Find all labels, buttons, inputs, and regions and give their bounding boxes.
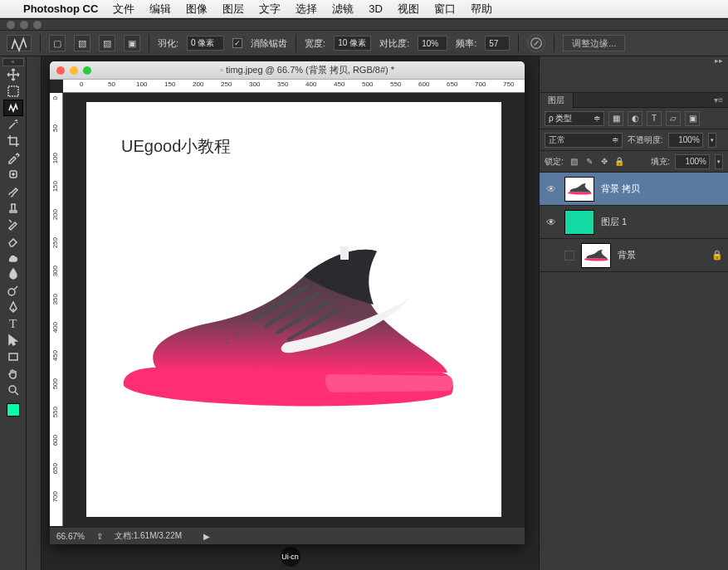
eyedropper-tool[interactable]	[3, 149, 23, 166]
selection-add-icon[interactable]: ▧	[74, 35, 90, 51]
layer-name[interactable]: 图层 1	[601, 216, 627, 228]
opacity-input[interactable]: 100%	[668, 133, 703, 148]
svg-point-9	[255, 324, 257, 325]
pen-pressure-icon[interactable]	[527, 34, 545, 52]
lasso-tool[interactable]	[3, 100, 23, 116]
menu-help[interactable]: 帮助	[471, 2, 492, 17]
feather-input[interactable]	[187, 36, 224, 51]
opacity-dropdown-icon[interactable]: ▾	[708, 133, 716, 148]
mac-menubar: Photoshop CC 文件 编辑 图像 图层 文字 选择 滤镜 3D 视图 …	[0, 0, 728, 18]
canvas-area[interactable]: UEgood小教程	[63, 93, 525, 526]
contrast-input[interactable]	[418, 36, 447, 51]
crop-tool[interactable]	[3, 133, 23, 149]
brush-tool[interactable]	[3, 183, 23, 199]
lock-image-icon[interactable]: ✎	[584, 156, 595, 168]
selection-intersect-icon[interactable]: ▣	[124, 35, 140, 51]
window-minimize-icon[interactable]	[20, 21, 28, 29]
path-selection-tool[interactable]	[3, 332, 23, 348]
healing-brush-tool[interactable]	[3, 166, 23, 183]
opacity-label: 不透明度:	[628, 134, 663, 146]
filter-type-select[interactable]: ρ 类型≑	[545, 111, 604, 126]
status-play-icon[interactable]: ▶	[203, 532, 210, 541]
lock-all-icon[interactable]: 🔒	[613, 156, 625, 168]
tool-preset-icon[interactable]	[7, 35, 32, 51]
type-tool[interactable]: T	[3, 315, 23, 332]
layers-tab[interactable]: 图层	[540, 93, 574, 108]
hand-tool[interactable]	[3, 365, 23, 382]
menu-select[interactable]: 选择	[296, 2, 317, 17]
app-name[interactable]: Photoshop CC	[23, 2, 98, 15]
layer-name[interactable]: 背景	[618, 249, 636, 261]
visibility-toggle-icon[interactable]: 👁	[545, 216, 558, 229]
antialias-checkbox[interactable]: ✓	[232, 38, 242, 48]
visibility-empty[interactable]	[564, 251, 574, 261]
layer-row[interactable]: 👁图层 1	[540, 206, 728, 239]
lock-transparency-icon[interactable]: ▨	[569, 156, 580, 168]
document-title: ▫ timg.jpeg @ 66.7% (背景 拷贝, RGB/8#) *	[96, 64, 518, 76]
doc-minimize-icon[interactable]	[70, 66, 78, 75]
doc-zoom-icon[interactable]	[83, 66, 91, 75]
gradient-tool[interactable]	[3, 249, 23, 266]
eraser-tool[interactable]	[3, 232, 23, 249]
collapsed-panel-strip[interactable]	[27, 56, 42, 570]
toolbox-collapse-icon[interactable]: «	[2, 58, 24, 66]
layer-thumbnail[interactable]	[564, 177, 594, 202]
width-input[interactable]	[334, 36, 371, 51]
visibility-toggle-icon[interactable]: 👁	[545, 183, 558, 196]
magic-wand-tool[interactable]	[3, 116, 23, 133]
share-icon[interactable]: ⇪	[96, 532, 103, 541]
layer-thumbnail[interactable]	[564, 210, 594, 235]
filter-type-icon[interactable]: T	[647, 111, 662, 126]
menu-edit[interactable]: 编辑	[149, 2, 171, 17]
zoom-tool[interactable]	[3, 382, 23, 398]
canvas[interactable]: UEgood小教程	[86, 102, 501, 517]
blur-tool[interactable]	[3, 266, 23, 282]
menu-layer[interactable]: 图层	[222, 2, 244, 17]
dodge-tool[interactable]	[3, 282, 23, 299]
clone-stamp-tool[interactable]	[3, 199, 23, 216]
visibility-toggle-icon[interactable]	[545, 249, 558, 262]
horizontal-ruler[interactable]: 0501001502002503003504004505005506006507…	[63, 80, 525, 93]
filter-shape-icon[interactable]: ▱	[666, 111, 681, 126]
menu-file[interactable]: 文件	[113, 2, 134, 17]
lock-fill-row: 锁定: ▨ ✎ ✥ 🔒 填充: 100% ▾	[540, 151, 728, 173]
frequency-input[interactable]	[485, 36, 510, 51]
layer-name[interactable]: 背景 拷贝	[601, 183, 640, 195]
menu-type[interactable]: 文字	[259, 2, 281, 17]
foreground-color-swatch[interactable]	[7, 403, 20, 417]
pen-tool[interactable]	[3, 299, 23, 315]
marquee-tool[interactable]	[3, 83, 23, 100]
lock-position-icon[interactable]: ✥	[599, 156, 610, 168]
fill-input[interactable]: 100%	[675, 154, 710, 169]
panel-menu-icon[interactable]: ▾≡	[714, 95, 728, 105]
refine-edge-button[interactable]: 调整边缘...	[563, 35, 625, 51]
fill-label: 填充:	[651, 156, 670, 168]
vertical-ruler[interactable]: 0501001502002503003504004505005506006507…	[50, 93, 63, 526]
move-tool[interactable]	[3, 66, 23, 83]
panel-collapse-icon[interactable]: ▸▸	[715, 56, 723, 65]
filter-adjust-icon[interactable]: ◐	[628, 111, 642, 126]
blend-mode-select[interactable]: 正常≑	[545, 133, 623, 148]
width-label: 宽度:	[305, 37, 325, 50]
zoom-level[interactable]: 66.67%	[56, 532, 85, 541]
fill-dropdown-icon[interactable]: ▾	[715, 154, 723, 169]
filter-smart-icon[interactable]: ▣	[685, 111, 700, 126]
menu-3d[interactable]: 3D	[369, 2, 383, 15]
window-zoom-icon[interactable]	[33, 21, 42, 29]
watermark: Ui·cn	[281, 547, 300, 567]
menu-view[interactable]: 视图	[398, 2, 419, 17]
menu-filter[interactable]: 滤镜	[332, 2, 354, 17]
history-brush-tool[interactable]	[3, 216, 23, 232]
menu-window[interactable]: 窗口	[434, 2, 456, 17]
selection-new-icon[interactable]: ▢	[49, 35, 66, 51]
antialias-label: 消除锯齿	[251, 37, 287, 50]
rectangle-tool[interactable]	[3, 348, 23, 365]
layer-row[interactable]: 背景🔒	[540, 239, 728, 272]
filter-pixel-icon[interactable]: ▦	[608, 111, 623, 126]
layer-thumbnail[interactable]	[581, 243, 611, 268]
menu-image[interactable]: 图像	[186, 2, 208, 17]
selection-subtract-icon[interactable]: ▨	[99, 35, 115, 51]
doc-close-icon[interactable]	[56, 66, 65, 75]
layer-row[interactable]: 👁背景 拷贝	[540, 173, 728, 206]
window-close-icon[interactable]	[7, 21, 15, 29]
